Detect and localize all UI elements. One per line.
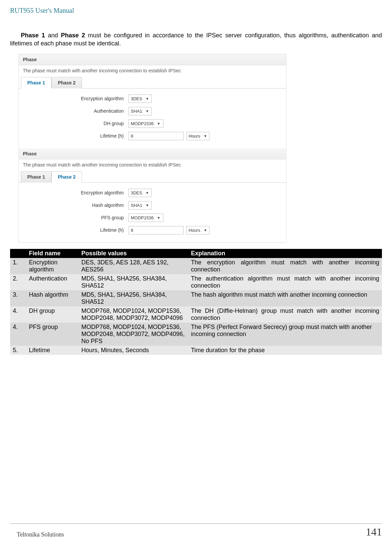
fields-table: Field name Possible values Explanation 1…	[10, 249, 382, 355]
phase2-form: Encryption algorithm 3DES▼ Hash algorith…	[19, 183, 286, 243]
p1-enc-select[interactable]: 3DES▼	[128, 95, 152, 103]
p2-hash-value: SHA1	[131, 203, 142, 208]
table-row: 1. Encryption algorithm DES, 3DES, AES 1…	[10, 258, 382, 274]
p2-enc-select[interactable]: 3DES▼	[128, 189, 152, 197]
chevron-down-icon: ▼	[146, 97, 149, 101]
chevron-down-icon: ▼	[146, 191, 149, 195]
p1-life-unit: Hours	[189, 134, 200, 139]
chevron-down-icon: ▼	[157, 216, 160, 220]
th-field: Field name	[26, 249, 79, 258]
table-row: 3. Hash algorthm MD5, SHA1, SHA256, SHA3…	[10, 290, 382, 306]
table-row: 4. DH group MODP768, MODP1024, MODP1536,…	[10, 306, 382, 323]
tab-phase1-b[interactable]: Phase 1	[21, 171, 51, 183]
cell-field: DH group	[26, 306, 79, 323]
p1-auth-value: SHA1	[131, 109, 142, 114]
phase2-tabs: Phase 1 Phase 2	[19, 171, 286, 183]
page-header-title: RUT955 User's Manual	[10, 7, 382, 14]
p2-enc-value: 3DES	[131, 190, 142, 195]
cell-num: 4.	[10, 323, 26, 346]
cell-possible: MODP768, MODP1024, MODP1536, MODP2048, M…	[79, 306, 188, 323]
cell-explain: The authentication algorithm must match …	[188, 274, 382, 290]
cell-num: 5.	[10, 346, 26, 355]
p1-life-unit-select[interactable]: Hours▼	[186, 132, 209, 140]
tab-phase1[interactable]: Phase 1	[21, 77, 51, 88]
p2-life-unit: Hours	[189, 228, 200, 233]
cell-num: 2.	[10, 274, 26, 290]
cell-field: Authentication	[26, 274, 79, 290]
phase1-label: Phase 1	[21, 32, 45, 39]
cell-num: 3.	[10, 290, 26, 306]
chevron-down-icon: ▼	[146, 109, 149, 113]
cell-possible: MODP768, MODP1024, MODP1536, MODP2048, M…	[79, 323, 188, 346]
th-explain: Explanation	[188, 249, 382, 258]
page-footer: Teltonika Solutions 141	[10, 523, 382, 538]
phase2-label: Phase 2	[61, 32, 85, 39]
table-row: 5. Lifetime Hours, Minutes, Seconds Time…	[10, 346, 382, 355]
phase1-desc: The phase must match with another incomi…	[19, 65, 286, 77]
p1-auth-select[interactable]: SHA1▼	[128, 107, 152, 115]
p2-hash-label: Hash algorithm	[23, 202, 128, 208]
tab-phase2-b[interactable]: Phase 2	[51, 171, 82, 183]
p1-dh-select[interactable]: MODP1536▼	[128, 119, 163, 128]
cell-num: 1.	[10, 258, 26, 274]
footer-company: Teltonika Solutions	[10, 531, 64, 538]
cell-field: PFS group	[26, 323, 79, 346]
table-row: 2. Authentication MD5, SHA1, SHA256, SHA…	[10, 274, 382, 290]
p1-auth-label: Authentication	[23, 108, 128, 114]
tab-phase2[interactable]: Phase 2	[51, 77, 82, 88]
cell-explain: The PFS (Perfect Forward Secrecy) group …	[188, 323, 382, 346]
p1-enc-value: 3DES	[131, 96, 142, 101]
cell-explain: The DH (Diffie-Helman) group must match …	[188, 306, 382, 323]
p2-pfs-select[interactable]: MODP1536▼	[128, 214, 163, 222]
cell-explain: The hash algorithm must match with anoth…	[188, 290, 382, 306]
p1-dh-value: MODP1536	[131, 121, 154, 126]
p2-life-input[interactable]: 8	[128, 226, 184, 234]
intro-and: and	[45, 32, 61, 39]
cell-field: Encryption algorithm	[26, 258, 79, 274]
p1-enc-label: Encryption algorithm	[23, 96, 128, 101]
cell-field: Lifetime	[26, 346, 79, 355]
phase1-ui-block: Phase The phase must match with another …	[18, 54, 286, 243]
cell-possible: Hours, Minutes, Seconds	[79, 346, 188, 355]
phase2-section-title: Phase	[19, 148, 286, 159]
cell-explain: The encryption algorithm must match with…	[188, 258, 382, 274]
chevron-down-icon: ▼	[204, 134, 207, 138]
p2-life-label: Lifetime (h)	[23, 227, 128, 233]
phase2-desc: The phase must match with another incomi…	[19, 159, 286, 171]
p2-pfs-value: MODP1536	[131, 215, 154, 220]
cell-possible: MD5, SHA1, SHA256, SHA384, SHA512	[79, 290, 188, 306]
cell-explain: Time duration for the phase	[188, 346, 382, 355]
chevron-down-icon: ▼	[146, 203, 149, 207]
p1-life-label: Lifetime (h)	[23, 133, 128, 139]
cell-field: Hash algorthm	[26, 290, 79, 306]
chevron-down-icon: ▼	[157, 122, 160, 125]
phase1-section-title: Phase	[19, 54, 286, 65]
footer-page-number: 141	[366, 526, 382, 538]
phase1-tabs: Phase 1 Phase 2	[19, 77, 286, 88]
p2-pfs-label: PFS group	[23, 215, 128, 220]
table-row: 4. PFS group MODP768, MODP1024, MODP1536…	[10, 323, 382, 346]
p2-hash-select[interactable]: SHA1▼	[128, 201, 152, 210]
th-num	[10, 249, 26, 258]
th-possible: Possible values	[79, 249, 188, 258]
p1-life-input[interactable]: 8	[128, 132, 184, 140]
cell-possible: MD5, SHA1, SHA256, SHA384, SHA512	[79, 274, 188, 290]
cell-possible: DES, 3DES, AES 128, AES 192, AES256	[79, 258, 188, 274]
p2-enc-label: Encryption algorithm	[23, 190, 128, 195]
p1-dh-label: DH group	[23, 121, 128, 126]
p2-life-unit-select[interactable]: Hours▼	[186, 226, 209, 234]
cell-num: 4.	[10, 306, 26, 323]
intro-paragraph: Phase 1 and Phase 2 must be configured i…	[10, 31, 382, 48]
phase1-form: Encryption algorithm 3DES▼ Authenticatio…	[19, 88, 286, 148]
chevron-down-icon: ▼	[204, 228, 207, 232]
table-header-row: Field name Possible values Explanation	[10, 249, 382, 258]
